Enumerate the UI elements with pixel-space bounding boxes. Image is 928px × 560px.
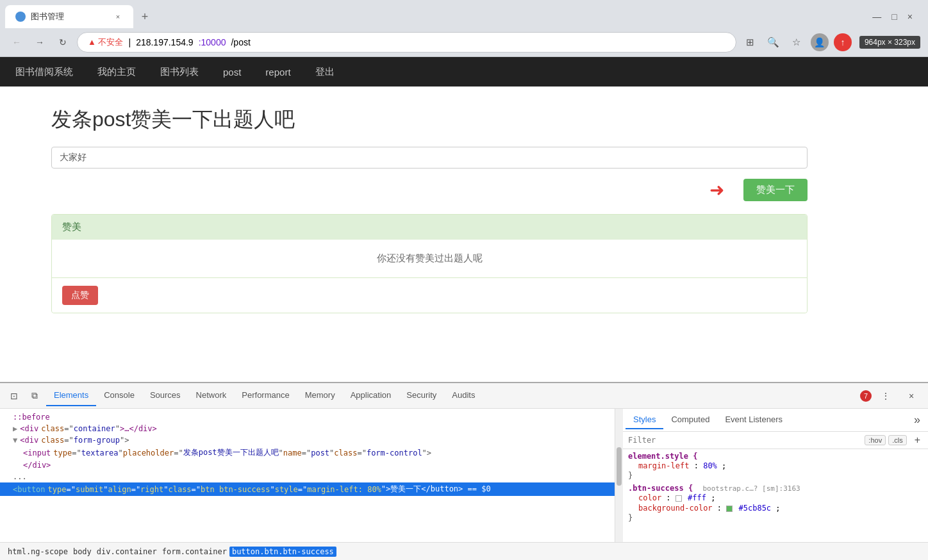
dom-line[interactable]: ▶ <div class="container" >…</div> (0, 423, 615, 434)
color-swatch-green (726, 506, 733, 512)
color-swatch-white (675, 495, 682, 502)
style-line-color: color : #fff ; (628, 493, 923, 503)
nav-item-booklist[interactable]: 图书列表 (158, 58, 201, 86)
address-bar[interactable]: ▲ 不安全 | 218.197.154.9:10000/post (77, 32, 736, 53)
style-close-brace: } (628, 471, 923, 480)
dom-line-selected[interactable]: <button type="submit" align="right" clas… (0, 482, 615, 496)
devtools-panel: ⊡ ⧉ Elements Console Sources Network Per… (0, 382, 928, 560)
dom-scrollbar-thumb[interactable] (617, 447, 622, 486)
style-selector-row: .btn-success { bootstrap.c…? [sm]:3163 (628, 484, 923, 493)
active-tab[interactable]: 图书管理 × (5, 5, 133, 28)
dom-scrollbar[interactable] (615, 409, 623, 542)
filter-hov-button[interactable]: :hov (865, 435, 886, 445)
devtools-close-button[interactable]: × (902, 387, 920, 405)
praise-header: 赞美 (52, 215, 807, 240)
devtools-device-icon[interactable]: ⧉ (26, 387, 44, 405)
nav-item-logout[interactable]: 登出 (313, 58, 337, 86)
new-tab-button[interactable]: + (136, 8, 154, 26)
post-textarea[interactable] (51, 147, 808, 169)
breadcrumb-item-body[interactable]: body (70, 547, 94, 557)
styles-tab-more-button[interactable]: » (909, 413, 925, 427)
devtools-tab-bar: ⊡ ⧉ Elements Console Sources Network Per… (0, 383, 928, 409)
app-nav: 图书借阅系统 我的主页 图书列表 post report 登出 (0, 57, 928, 86)
tab-network[interactable]: Network (188, 385, 235, 406)
tab-audits[interactable]: Audits (444, 385, 483, 406)
translate-icon[interactable]: ⊞ (742, 33, 759, 51)
page-title: 发条post赞美一下出题人吧 (51, 106, 877, 134)
zoom-icon[interactable]: 🔍 (765, 33, 783, 51)
dom-line[interactable]: <input type="textarea" placeholder="发条po… (0, 446, 615, 459)
red-arrow-icon: ➜ (709, 179, 724, 201)
window-maximize-button[interactable]: □ (891, 12, 897, 22)
praise-section: 赞美 你还没有赞美过出题人呢 点赞 (51, 214, 808, 313)
tab-console[interactable]: Console (96, 385, 142, 406)
bookmark-icon[interactable]: ☆ (788, 33, 806, 51)
submit-button[interactable]: 赞美一下 (743, 179, 808, 201)
refresh-button[interactable]: ↻ (54, 33, 72, 51)
add-rule-button[interactable]: + (912, 434, 923, 446)
tab-security[interactable]: Security (399, 385, 444, 406)
tab-elements[interactable]: Elements (46, 385, 96, 406)
tab-favicon (15, 12, 26, 22)
style-rule-element: element.style { margin-left : 80% ; } (628, 452, 923, 480)
styles-panel: Styles Computed Event Listeners » :hov .… (623, 409, 928, 542)
dimensions-badge: 964px × 323px (859, 36, 920, 49)
breadcrumb-item-button[interactable]: button.btn.btn-success (229, 547, 336, 557)
nav-item-home[interactable]: 图书借阅系统 (13, 58, 76, 86)
styles-tab-bar: Styles Computed Event Listeners » (623, 409, 928, 432)
main-content: 发条post赞美一下出题人吧 ➜ 赞美一下 赞美 你还没有赞美过出题人呢 点赞 (0, 86, 928, 347)
devtools-inspect-icon[interactable]: ⊡ (5, 387, 23, 405)
update-button[interactable]: ↑ (834, 33, 852, 51)
tab-application[interactable]: Application (343, 385, 399, 406)
url-port: :10000 (199, 37, 226, 47)
breadcrumb-item-form-container[interactable]: form.container (160, 547, 229, 557)
dom-line[interactable]: </div> (0, 459, 615, 471)
back-button[interactable]: ← (8, 33, 26, 51)
style-rule-btn-success: .btn-success { bootstrap.c…? [sm]:3163 c… (628, 484, 923, 522)
like-button[interactable]: 点赞 (62, 286, 98, 305)
styles-tab-event-listeners[interactable]: Event Listeners (717, 411, 790, 429)
window-close-button[interactable]: × (907, 12, 913, 22)
styles-tab-computed[interactable]: Computed (663, 411, 717, 429)
breadcrumb-item-html[interactable]: html.ng-scope (5, 547, 70, 557)
tab-close-button[interactable]: × (113, 12, 123, 22)
form-actions: ➜ 赞美一下 (51, 179, 808, 201)
style-selector: element.style { (628, 452, 923, 461)
devtools-breadcrumb: html.ng-scope body div.container form.co… (0, 542, 928, 560)
praise-body: 你还没有赞美过出题人呢 (52, 240, 807, 278)
style-line: margin-left : 80% ; (628, 461, 923, 471)
tab-title: 图书管理 (31, 11, 64, 22)
url-path: /post (231, 37, 250, 47)
praise-footer: 点赞 (52, 278, 807, 313)
url-host: 218.197.154.9 (136, 37, 194, 47)
dom-line[interactable]: ::before (0, 411, 615, 423)
tab-memory[interactable]: Memory (297, 385, 343, 406)
tab-performance[interactable]: Performance (234, 385, 297, 406)
filter-bar: :hov .cls + (623, 432, 928, 449)
nav-item-report[interactable]: report (263, 59, 293, 85)
style-close-brace2: } (628, 513, 923, 522)
style-line-bg: background-color : #5cb85c ; (628, 503, 923, 513)
filter-cls-button[interactable]: .cls (888, 435, 907, 445)
devtools-more-button[interactable]: ⋮ (877, 387, 895, 405)
forward-button[interactable]: → (31, 33, 49, 51)
tab-sources[interactable]: Sources (142, 385, 188, 406)
devtools-body: ::before ▶ <div class="container" >…</di… (0, 409, 928, 542)
security-warning: ▲ 不安全 (88, 37, 123, 48)
dom-line[interactable]: ▼ <div class="form-group"> (0, 434, 615, 446)
user-avatar[interactable]: 👤 (811, 33, 829, 51)
styles-content: element.style { margin-left : 80% ; } (623, 449, 928, 542)
nav-item-mypage[interactable]: 我的主页 (95, 58, 138, 86)
error-count-badge: 7 (860, 390, 872, 402)
window-minimize-button[interactable]: — (872, 12, 881, 22)
styles-tab-styles[interactable]: Styles (626, 411, 663, 429)
dom-line[interactable]: ... (0, 471, 615, 482)
error-badge: 7 (860, 390, 872, 402)
filter-input[interactable] (628, 436, 859, 445)
dom-pseudo: ::before (13, 413, 50, 422)
breadcrumb-item-div-container[interactable]: div.container (94, 547, 160, 557)
nav-item-post[interactable]: post (220, 59, 244, 85)
dom-panel[interactable]: ::before ▶ <div class="container" >…</di… (0, 409, 615, 542)
url-separator: | (128, 37, 131, 47)
